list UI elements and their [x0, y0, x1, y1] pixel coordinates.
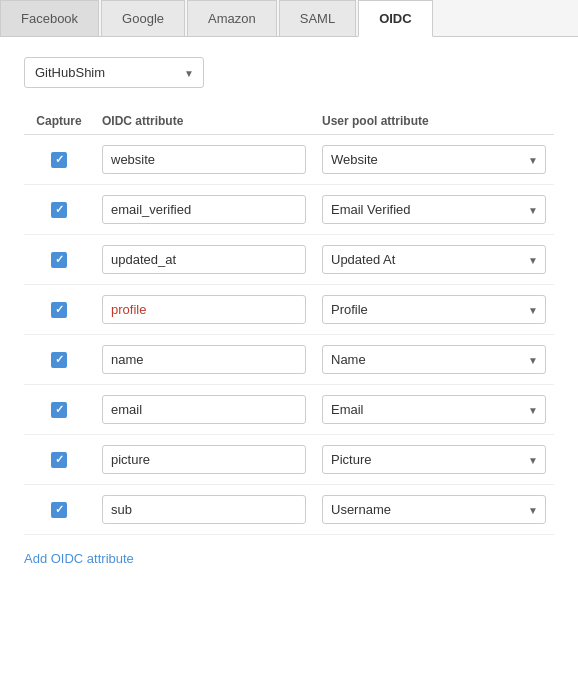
pool-attribute-select[interactable]: Picture: [322, 445, 546, 474]
tab-amazon[interactable]: Amazon: [187, 0, 277, 36]
oidc-attribute-cell: [94, 285, 314, 335]
capture-checkbox[interactable]: [51, 202, 67, 218]
table-row: Username▼: [24, 485, 554, 535]
tab-saml[interactable]: SAML: [279, 0, 356, 36]
capture-checkbox[interactable]: [51, 302, 67, 318]
capture-checkbox[interactable]: [51, 502, 67, 518]
pool-attribute-select[interactable]: Profile: [322, 295, 546, 324]
oidc-attribute-cell: [94, 185, 314, 235]
table-row: Name▼: [24, 335, 554, 385]
table-row: Picture▼: [24, 435, 554, 485]
capture-cell: [24, 335, 94, 385]
oidc-attribute-cell: [94, 335, 314, 385]
capture-checkbox[interactable]: [51, 452, 67, 468]
add-oidc-attribute-link[interactable]: Add OIDC attribute: [24, 551, 134, 566]
tab-google[interactable]: Google: [101, 0, 185, 36]
oidc-attribute-cell: [94, 485, 314, 535]
capture-cell: [24, 135, 94, 185]
oidc-attribute-input[interactable]: [102, 445, 306, 474]
oidc-attribute-cell: [94, 235, 314, 285]
tab-oidc[interactable]: OIDC: [358, 0, 433, 37]
capture-cell: [24, 485, 94, 535]
capture-cell: [24, 185, 94, 235]
oidc-attribute-input[interactable]: [102, 345, 306, 374]
pool-attribute-select[interactable]: Updated At: [322, 245, 546, 274]
capture-cell: [24, 435, 94, 485]
header-capture: Capture: [24, 108, 94, 135]
oidc-attribute-cell: [94, 435, 314, 485]
oidc-attribute-input[interactable]: [102, 145, 306, 174]
pool-attribute-cell: Profile▼: [314, 285, 554, 335]
header-user-pool-attribute: User pool attribute: [314, 108, 554, 135]
capture-cell: [24, 285, 94, 335]
tabs-container: Facebook Google Amazon SAML OIDC: [0, 0, 578, 37]
oidc-attribute-input[interactable]: [102, 245, 306, 274]
oidc-attribute-cell: [94, 135, 314, 185]
capture-cell: [24, 385, 94, 435]
pool-attribute-select[interactable]: Name: [322, 345, 546, 374]
oidc-attribute-input[interactable]: [102, 395, 306, 424]
pool-attribute-cell: Email Verified▼: [314, 185, 554, 235]
capture-cell: [24, 235, 94, 285]
capture-checkbox[interactable]: [51, 402, 67, 418]
pool-attribute-select[interactable]: Website: [322, 145, 546, 174]
pool-attribute-cell: Username▼: [314, 485, 554, 535]
provider-select-wrapper: GitHubShim ▼: [24, 57, 204, 88]
provider-select[interactable]: GitHubShim: [24, 57, 204, 88]
capture-checkbox[interactable]: [51, 252, 67, 268]
table-row: Email Verified▼: [24, 185, 554, 235]
pool-attribute-cell: Updated At▼: [314, 235, 554, 285]
main-content: GitHubShim ▼ Capture OIDC attribute User…: [0, 37, 578, 586]
oidc-attribute-cell: [94, 385, 314, 435]
table-row: Email▼: [24, 385, 554, 435]
pool-attribute-select[interactable]: Email: [322, 395, 546, 424]
pool-attribute-select[interactable]: Email Verified: [322, 195, 546, 224]
table-row: Updated At▼: [24, 235, 554, 285]
pool-attribute-select[interactable]: Username: [322, 495, 546, 524]
capture-checkbox[interactable]: [51, 152, 67, 168]
pool-attribute-cell: Email▼: [314, 385, 554, 435]
oidc-attribute-input[interactable]: [102, 495, 306, 524]
oidc-attribute-input[interactable]: [102, 295, 306, 324]
pool-attribute-cell: Name▼: [314, 335, 554, 385]
tab-facebook[interactable]: Facebook: [0, 0, 99, 36]
oidc-attribute-input[interactable]: [102, 195, 306, 224]
capture-checkbox[interactable]: [51, 352, 67, 368]
attribute-table: Capture OIDC attribute User pool attribu…: [24, 108, 554, 535]
header-oidc-attribute: OIDC attribute: [94, 108, 314, 135]
table-row: Profile▼: [24, 285, 554, 335]
table-row: Website▼: [24, 135, 554, 185]
pool-attribute-cell: Picture▼: [314, 435, 554, 485]
pool-attribute-cell: Website▼: [314, 135, 554, 185]
